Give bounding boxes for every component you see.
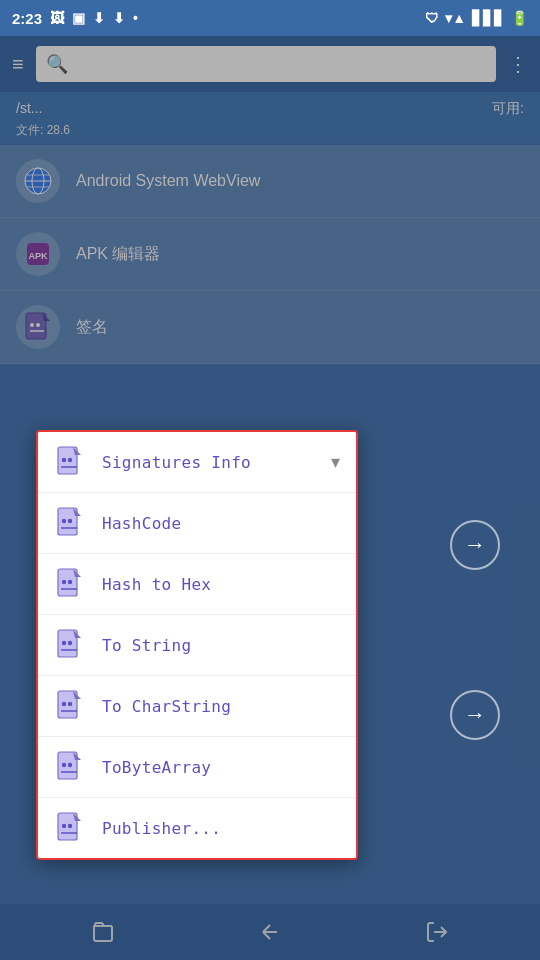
- wifi-icon: ▾▲: [445, 10, 466, 26]
- svg-point-20: [62, 580, 66, 584]
- arrow-button-1[interactable]: →: [450, 520, 500, 570]
- svg-point-36: [62, 824, 66, 828]
- svg-point-16: [62, 519, 66, 523]
- status-time: 2:23: [12, 10, 42, 27]
- dropdown-label-hash-to-hex: Hash to Hex: [102, 575, 211, 594]
- battery-icon: 🔋: [511, 10, 528, 26]
- dot-icon: •: [133, 10, 138, 26]
- svg-point-29: [68, 702, 72, 706]
- dropdown-item-hashcode[interactable]: HashCode: [38, 493, 356, 554]
- dropdown-item-signatures-info[interactable]: Signatures Info ▾: [38, 432, 356, 493]
- status-left: 2:23 🖼 ▣ ⬇ ⬇ •: [12, 10, 138, 27]
- photo-icon: 🖼: [50, 10, 64, 26]
- doc-icon-to-charstring: [54, 690, 86, 722]
- dropdown-panel: Signatures Info ▾ HashCode Has: [36, 430, 358, 860]
- arrow-right-icon-2: →: [464, 702, 486, 728]
- svg-point-28: [62, 702, 66, 706]
- doc-icon-publisher: [54, 812, 86, 844]
- svg-point-17: [68, 519, 72, 523]
- dropdown-label-to-bytearray: ToByteArray: [102, 758, 211, 777]
- svg-point-37: [68, 824, 72, 828]
- download-icon: ⬇: [93, 10, 105, 26]
- svg-point-21: [68, 580, 72, 584]
- svg-point-25: [68, 641, 72, 645]
- tablet-icon: ▣: [72, 10, 85, 26]
- doc-icon-to-string: [54, 629, 86, 661]
- dropdown-item-to-charstring[interactable]: To CharString: [38, 676, 356, 737]
- arrow-button-2[interactable]: →: [450, 690, 500, 740]
- dropdown-item-to-string[interactable]: To String: [38, 615, 356, 676]
- shield-icon: 🛡: [425, 10, 439, 26]
- doc-icon-hash-to-hex: [54, 568, 86, 600]
- dropdown-item-hash-to-hex[interactable]: Hash to Hex: [38, 554, 356, 615]
- dropdown-label-to-charstring: To CharString: [102, 697, 231, 716]
- status-bar: 2:23 🖼 ▣ ⬇ ⬇ • 🛡 ▾▲ ▋▋▋ 🔋: [0, 0, 540, 36]
- arrow-right-icon-1: →: [464, 532, 486, 558]
- svg-point-12: [62, 458, 66, 462]
- doc-icon-to-bytearray: [54, 751, 86, 783]
- status-right: 🛡 ▾▲ ▋▋▋ 🔋: [425, 10, 528, 26]
- dropdown-label-hashcode: HashCode: [102, 514, 181, 533]
- chevron-down-icon: ▾: [331, 451, 340, 473]
- dropdown-label-to-string: To String: [102, 636, 191, 655]
- download2-icon: ⬇: [113, 10, 125, 26]
- dropdown-label-publisher: Publisher...: [102, 819, 221, 838]
- dropdown-label-signatures-info: Signatures Info: [102, 453, 251, 472]
- svg-point-13: [68, 458, 72, 462]
- dropdown-item-to-bytearray[interactable]: ToByteArray: [38, 737, 356, 798]
- doc-icon-hashcode: [54, 507, 86, 539]
- svg-point-24: [62, 641, 66, 645]
- doc-icon-signatures: [54, 446, 86, 478]
- dropdown-item-publisher[interactable]: Publisher...: [38, 798, 356, 858]
- svg-point-33: [68, 763, 72, 767]
- signal-icon: ▋▋▋: [472, 10, 505, 26]
- svg-point-32: [62, 763, 66, 767]
